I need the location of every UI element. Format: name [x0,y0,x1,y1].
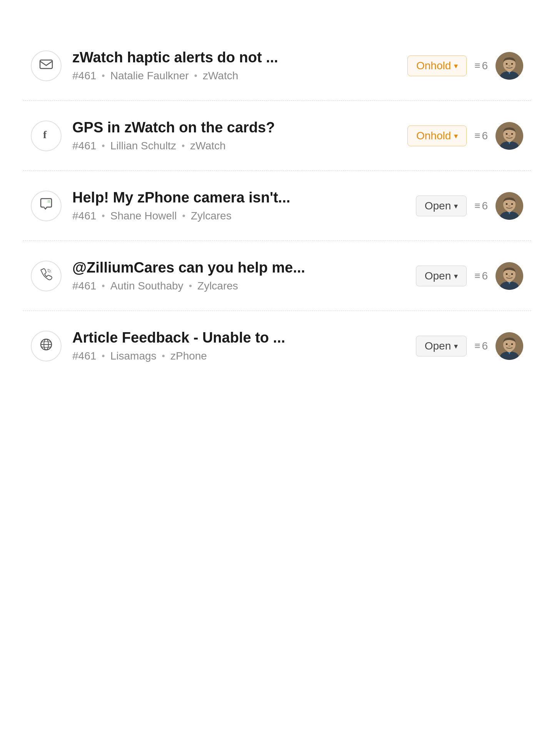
status-label: Open [425,200,451,212]
svg-point-4 [506,63,508,65]
phone-channel-icon [39,268,53,284]
ticket-actions: Open ▾ ≡ 6 [416,262,523,290]
ticket-number: #461 [72,350,96,362]
ticket-number: #461 [72,280,96,292]
priority-lines-icon: ≡ [474,200,480,212]
ticket-number: #461 [72,140,96,152]
ticket-meta: #461 • Lisamags • zPhone [72,350,405,362]
status-badge[interactable]: Open ▾ [416,336,467,356]
meta-separator-2: • [162,351,165,361]
ticket-actions: Open ▾ ≡ 6 [416,332,523,360]
status-label: Onhold [416,60,451,72]
svg-point-16 [506,203,508,205]
meta-separator-1: • [102,140,105,151]
priority-lines-icon: ≡ [474,130,480,142]
svg-point-5 [511,63,513,65]
status-label: Open [425,340,451,352]
channel-icon-wrapper: f [31,120,62,151]
ticket-title: Help! My zPhone camera isn't... [72,189,405,206]
ticket-title: Article Feedback - Unable to ... [72,329,405,346]
status-badge[interactable]: Onhold ▾ [407,55,467,76]
svg-point-22 [511,273,513,275]
ticket-product: zWatch [203,70,238,82]
agent-avatar [496,52,523,80]
ticket-content: zWatch haptic alerts do not ... #461 • N… [72,49,397,82]
ticket-actions: Onhold ▾ ≡ 6 [407,52,523,80]
dropdown-arrow-icon: ▾ [454,201,458,211]
ticket-contact: Lillian Schultz [110,140,176,152]
ticket-item[interactable]: @ZilliumCares can you help me... #461 • … [23,241,531,311]
ticket-product: zWatch [190,140,225,152]
meta-separator-2: • [189,281,192,291]
ticket-contact: Lisamags [110,350,157,362]
ticket-product: zPhone [170,350,207,362]
priority-lines-icon: ≡ [474,270,480,282]
priority-indicator: ≡ 6 [474,270,488,282]
priority-count: 6 [482,60,488,72]
channel-icon-wrapper [31,191,62,221]
ticket-item[interactable]: f GPS in zWatch on the cards? #461 • Lil… [23,101,531,171]
status-badge[interactable]: Open ▾ [416,196,467,216]
status-badge[interactable]: Open ▾ [416,266,467,286]
meta-separator-1: • [102,351,105,361]
ticket-title: @ZilliumCares can you help me... [72,259,405,276]
ticket-meta: #461 • Shane Howell • Zylcares [72,210,405,222]
priority-lines-icon: ≡ [474,340,480,352]
dropdown-arrow-icon: ▾ [454,131,458,140]
svg-point-21 [506,273,508,275]
priority-indicator: ≡ 6 [474,60,488,72]
facebook-channel-icon: f [39,127,53,144]
ticket-title: zWatch haptic alerts do not ... [72,49,397,66]
email-channel-icon [39,57,53,74]
agent-avatar [496,122,523,150]
ticket-meta: #461 • Autin Southaby • Zylcares [72,280,405,292]
ticket-meta: #461 • Natalie Faulkner • zWatch [72,70,397,82]
svg-point-30 [511,343,513,345]
web-channel-icon [39,338,53,355]
ticket-contact: Shane Howell [110,210,177,222]
ticket-content: GPS in zWatch on the cards? #461 • Lilli… [72,119,397,152]
status-badge[interactable]: Onhold ▾ [407,125,467,146]
priority-count: 6 [482,270,488,282]
channel-icon-wrapper [31,331,62,361]
ticket-meta: #461 • Lillian Schultz • zWatch [72,140,397,152]
ticket-content: Help! My zPhone camera isn't... #461 • S… [72,189,405,222]
ticket-actions: Open ▾ ≡ 6 [416,192,523,220]
ticket-item[interactable]: zWatch haptic alerts do not ... #461 • N… [23,31,531,101]
meta-separator-1: • [102,281,105,291]
channel-icon-wrapper [31,261,62,291]
dropdown-arrow-icon: ▾ [454,271,458,281]
ticket-title: GPS in zWatch on the cards? [72,119,397,136]
priority-indicator: ≡ 6 [474,340,488,352]
priority-lines-icon: ≡ [474,60,480,72]
ticket-contact: Natalie Faulkner [110,70,189,82]
svg-point-29 [506,343,508,345]
priority-count: 6 [482,130,488,142]
meta-separator-1: • [102,70,105,81]
ticket-item[interactable]: Help! My zPhone camera isn't... #461 • S… [23,171,531,241]
agent-avatar [496,332,523,360]
ticket-contact: Autin Southaby [110,280,184,292]
svg-point-11 [511,133,513,135]
ticket-actions: Onhold ▾ ≡ 6 [407,122,523,150]
ticket-item[interactable]: Article Feedback - Unable to ... #461 • … [23,311,531,381]
ticket-content: Article Feedback - Unable to ... #461 • … [72,329,405,362]
ticket-list: zWatch haptic alerts do not ... #461 • N… [0,0,554,381]
priority-count: 6 [482,200,488,212]
channel-icon-wrapper [31,50,62,81]
chat-channel-icon [39,197,53,214]
agent-avatar [496,262,523,290]
ticket-number: #461 [72,70,96,82]
dropdown-arrow-icon: ▾ [454,61,458,70]
svg-point-10 [506,133,508,135]
ticket-product: Zylcares [191,210,232,222]
dropdown-arrow-icon: ▾ [454,341,458,351]
priority-indicator: ≡ 6 [474,200,488,212]
status-label: Open [425,270,451,282]
ticket-number: #461 [72,210,96,222]
priority-indicator: ≡ 6 [474,130,488,142]
agent-avatar [496,192,523,220]
svg-point-17 [511,203,513,205]
meta-separator-2: • [194,70,197,81]
meta-separator-2: • [182,140,185,151]
